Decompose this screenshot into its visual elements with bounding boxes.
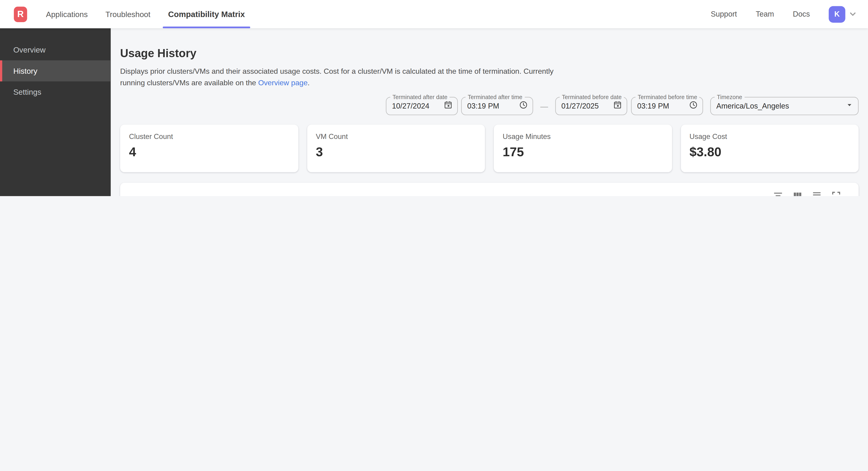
overview-page-link[interactable]: Overview page [258, 79, 308, 87]
calendar-icon[interactable] [613, 100, 622, 112]
logo-letter: R [17, 9, 24, 19]
nav-link-support[interactable]: Support [711, 10, 737, 18]
top-navbar: R Applications Troubleshoot Compatibilit… [0, 0, 868, 28]
terminated-after-date-field[interactable]: Terminated after date 10/27/2024 [386, 97, 458, 115]
fullscreen-icon[interactable] [831, 190, 841, 196]
density-icon[interactable] [811, 190, 822, 196]
calendar-icon[interactable] [443, 100, 453, 112]
chevron-down-icon[interactable] [849, 10, 857, 18]
stat-card-cluster-count: Cluster Count 4 [120, 125, 298, 172]
dropdown-arrow-icon[interactable] [845, 101, 854, 111]
tab-troubleshoot[interactable]: Troubleshoot [96, 0, 159, 28]
sidebar-item-overview[interactable]: Overview [0, 39, 111, 60]
sidebar-item-settings[interactable]: Settings [0, 81, 111, 102]
terminated-before-date-field[interactable]: Terminated before date 01/27/2025 [555, 97, 627, 115]
clock-icon[interactable] [519, 100, 528, 112]
table-toolbar [120, 188, 859, 196]
active-tab-underline [163, 26, 250, 28]
stat-card-usage-cost: Usage Cost $3.80 [681, 125, 859, 172]
clock-icon[interactable] [688, 100, 698, 112]
stat-card-vm-count: VM Count 3 [307, 125, 485, 172]
sidebar-item-history[interactable]: History [0, 60, 111, 81]
tab-applications[interactable]: Applications [37, 0, 96, 28]
filters-bar: Terminated after date 10/27/2024 Termina… [120, 97, 859, 115]
app-root: R Applications Troubleshoot Compatibilit… [0, 0, 868, 196]
timezone-select[interactable]: Timezone America/Los_Angeles [710, 97, 859, 115]
page-title: Usage History [120, 47, 859, 60]
usage-table-card: ActionsNameByCostDistributionTypeStatusI… [120, 183, 859, 196]
stat-card-usage-minutes: Usage Minutes 175 [494, 125, 672, 172]
terminated-after-time-field[interactable]: Terminated after time 03:19 PM [461, 97, 533, 115]
columns-icon[interactable] [792, 190, 803, 196]
replicated-logo[interactable]: R [14, 6, 27, 22]
stats-row: Cluster Count 4 VM Count 3 Usage Minutes… [120, 125, 859, 172]
nav-link-docs[interactable]: Docs [793, 10, 810, 18]
terminated-before-time-field[interactable]: Terminated before time 03:19 PM [631, 97, 703, 115]
date-range-separator: — [540, 101, 548, 110]
tab-compatibility-matrix[interactable]: Compatibility Matrix [159, 0, 254, 28]
avatar[interactable]: K [829, 6, 845, 22]
page-description: Displays prior clusters/VMs and their as… [120, 65, 565, 89]
nav-link-team[interactable]: Team [756, 10, 774, 18]
filter-icon[interactable] [772, 190, 783, 196]
nav-tabs: Applications Troubleshoot Compatibility … [37, 0, 254, 28]
nav-right: Support Team Docs K [711, 6, 857, 22]
sidebar: Overview History Settings [0, 28, 111, 196]
main-content: Usage History Displays prior clusters/VM… [111, 28, 868, 196]
